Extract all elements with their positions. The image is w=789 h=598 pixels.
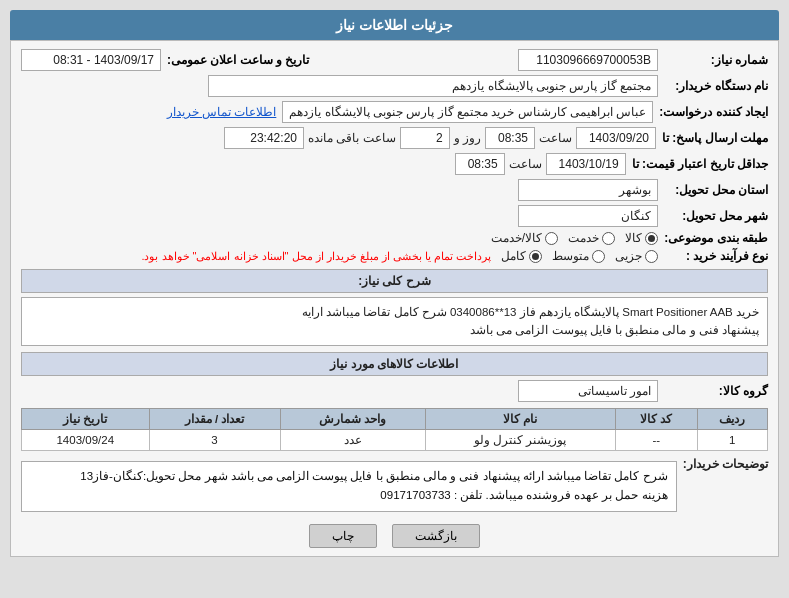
col-namKala: نام کالا: [425, 408, 615, 429]
page-wrapper: جزئیات اطلاعات نیاز شماره نیاز: 11030966…: [0, 0, 789, 598]
noeFarayand-kamel: کامل: [501, 249, 542, 263]
remaining-label: ساعت باقی مانده: [304, 131, 400, 145]
row-ijaadKarand: ایجاد کننده درخواست: عباس ابراهیمی کارشن…: [21, 101, 768, 123]
ijaadKarand-link[interactable]: اطلاعات تماس خریدار: [167, 105, 277, 119]
cell-radif: 1: [697, 429, 767, 450]
chap-button[interactable]: چاپ: [309, 524, 377, 548]
ostan-label: استان محل تحویل:: [658, 183, 768, 197]
noeFarayand-jozii-radio[interactable]: [645, 250, 658, 263]
col-tedad: تعداد / مقدار: [149, 408, 280, 429]
tabaqe-kala-radio[interactable]: [645, 232, 658, 245]
tabaqe-kalakhedmat: کالا/خدمت: [491, 231, 558, 245]
noeFarayand-motavasset-radio[interactable]: [592, 250, 605, 263]
shomareNiaz-label: شماره نیاز:: [658, 53, 768, 67]
cell-vahed: عدد: [280, 429, 425, 450]
cell-tedad: 3: [149, 429, 280, 450]
kala-table-section: ردیف کد کالا نام کالا واحد شمارش تعداد /…: [21, 408, 768, 451]
cell-namKala: پوزیشنر کنترل ولو: [425, 429, 615, 450]
row-goroheKala: گروه کالا: امور تاسیساتی: [21, 380, 768, 402]
ettelaat-section-title: اطلاعات کالاهای مورد نیاز: [21, 352, 768, 376]
shahr-label: شهر محل تحویل:: [658, 209, 768, 223]
row-namDastgah: نام دستگاه خریدار: مجتمع گاز پارس جنوبی …: [21, 75, 768, 97]
noeFarayand-kamel-radio[interactable]: [529, 250, 542, 263]
namDastgah-label: نام دستگاه خریدار:: [658, 79, 768, 93]
tabaqe-radio-group: کالا خدمت کالا/خدمت: [491, 231, 658, 245]
mohlat-rooz: 2: [400, 127, 450, 149]
row-ostan: استان محل تحویل: بوشهر: [21, 179, 768, 201]
goroheKala-label: گروه کالا:: [658, 384, 768, 398]
row-noeFarayand: نوع فرآیند خرید : جزیی متوسط کامل پرداخت…: [21, 249, 768, 263]
ijaadKarand-label: ایجاد کننده درخواست:: [653, 105, 768, 119]
shahr-value: کنگان: [518, 205, 658, 227]
tabaqe-kalakhedmat-radio[interactable]: [545, 232, 558, 245]
col-vahed: واحد شمارش: [280, 408, 425, 429]
saaat-label: ساعت: [535, 131, 576, 145]
cell-tarikh: 1403/09/24: [22, 429, 150, 450]
namDastgah-value: مجتمع گاز پارس جنوبی پالایشگاه یازدهم: [208, 75, 658, 97]
tabaqe-kala: کالا: [625, 231, 658, 245]
rooz-label: روز و: [450, 131, 485, 145]
tarikh-label: تاریخ و ساعت اعلان عمومی:: [161, 53, 309, 67]
bottom-buttons: بازگشت چاپ: [21, 524, 768, 548]
noeFarayand-label: نوع فرآیند خرید :: [658, 249, 768, 263]
sharhKoli-line1: خرید Smart Positioner AAB پالایشگاه یازد…: [30, 303, 759, 321]
bazgasht-button[interactable]: بازگشت: [392, 524, 480, 548]
tabaqe-label: طبقه بندی موضوعی:: [658, 231, 768, 245]
sharhKoli-line2: پیشنهاد فنی و مالی منطبق با فایل پیوست ا…: [30, 321, 759, 339]
page-title: جزئیات اطلاعات نیاز: [336, 17, 453, 33]
tozi-label: توضیحات خریدار:: [677, 457, 768, 471]
jadval-label: جداقل تاریخ اعتبار قیمت: تا: [626, 157, 768, 171]
ijaadKarand-value: عباس ابراهیمی کارشناس خرید مجتمع گاز پار…: [282, 101, 653, 123]
col-radif: ردیف: [697, 408, 767, 429]
row-mohlat: مهلت ارسال پاسخ: تا 1403/09/20 ساعت 08:3…: [21, 127, 768, 149]
goroheKala-value: امور تاسیساتی: [518, 380, 658, 402]
row-shomareNiaz: شماره نیاز: 1103096669700053B تاریخ و سا…: [21, 49, 768, 71]
kala-table: ردیف کد کالا نام کالا واحد شمارش تعداد /…: [21, 408, 768, 451]
row-shahr: شهر محل تحویل: کنگان: [21, 205, 768, 227]
table-row: 1 -- پوزیشنر کنترل ولو عدد 3 1403/09/24: [22, 429, 768, 450]
sharhKoli-section-title: شرح کلی نیاز:: [21, 269, 768, 293]
jadval-saaat-label: ساعت: [505, 157, 546, 171]
tozi-box: شرح کامل تقاضا میباشد ارائه پیشنهاد فنی …: [21, 461, 677, 512]
col-tarikh: تاریخ نیاز: [22, 408, 150, 429]
mohlat-label: مهلت ارسال پاسخ: تا: [656, 131, 768, 145]
col-kodKala: کد کالا: [615, 408, 697, 429]
row-tabaqe: طبقه بندی موضوعی: کالا خدمت کالا/خدمت: [21, 231, 768, 245]
main-card: شماره نیاز: 1103096669700053B تاریخ و سا…: [10, 40, 779, 557]
mohlat-remaining: 23:42:20: [224, 127, 304, 149]
mohlat-saat: 08:35: [485, 127, 535, 149]
ostan-value: بوشهر: [518, 179, 658, 201]
sharhKoli-box: خرید Smart Positioner AAB پالایشگاه یازد…: [21, 297, 768, 346]
row-jadval: جداقل تاریخ اعتبار قیمت: تا 1403/10/19 س…: [21, 153, 768, 175]
shomareNiaz-value: 1103096669700053B: [518, 49, 658, 71]
tabaqe-khedmat-radio[interactable]: [602, 232, 615, 245]
jadval-saat: 08:35: [455, 153, 505, 175]
tozi-line1: شرح کامل تقاضا میباشد ارائه پیشنهاد فنی …: [30, 467, 668, 487]
tarikh-value: 1403/09/17 - 08:31: [21, 49, 161, 71]
page-header: جزئیات اطلاعات نیاز: [10, 10, 779, 40]
jadval-date: 1403/10/19: [546, 153, 626, 175]
tozi-line2: هزینه حمل بر عهده فروشنده میباشد. تلفن :…: [30, 486, 668, 506]
noeFarayand-jozii: جزیی: [615, 249, 658, 263]
mohlat-date: 1403/09/20: [576, 127, 656, 149]
row-tozi: توضیحات خریدار: شرح کامل تقاضا میباشد ار…: [21, 457, 768, 516]
tabaqe-khedmat: خدمت: [568, 231, 615, 245]
noeFarayand-note: پرداخت تمام یا بخشی از مبلغ خریدار از مح…: [141, 250, 491, 263]
noeFarayand-motavasset: متوسط: [552, 249, 605, 263]
noeFarayand-radio-group: جزیی متوسط کامل: [501, 249, 658, 263]
cell-kodKala: --: [615, 429, 697, 450]
